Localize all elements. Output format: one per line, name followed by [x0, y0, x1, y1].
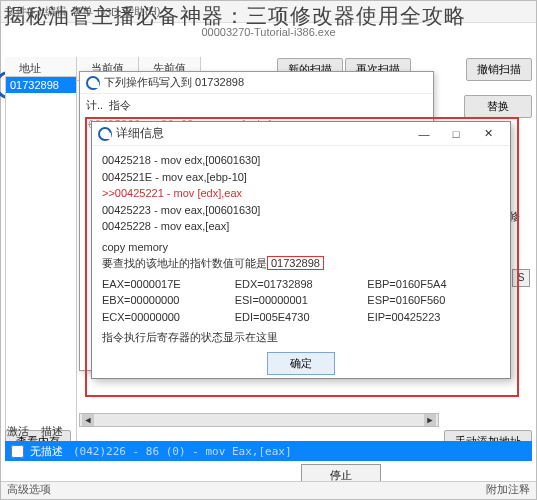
address-list-selected-row[interactable]: 无描述 (042)226 - 86 (0) - mov Eax,[eax]	[5, 441, 532, 461]
row-code: (042)226 - 86 (0) - mov Eax,[eax]	[73, 445, 292, 458]
description-label: 描述	[41, 425, 63, 437]
menubar: 文件(F) 编辑 表单 D3D 帮助(H)	[1, 1, 536, 23]
result-row-selected[interactable]: 01732898	[6, 77, 76, 93]
opcode-window-title: 下列操作码写入到 01732898	[104, 75, 244, 90]
reg-eax: EAX=0000017E	[102, 276, 235, 293]
menu-file[interactable]: 文件(F)	[5, 4, 41, 19]
undo-scan-button[interactable]: 撤销扫描	[466, 58, 532, 81]
menu-edit[interactable]: 编辑	[45, 4, 67, 19]
disassembly-body: 00425218 - mov edx,[00601630] 0042521E -…	[92, 146, 510, 381]
menu-help[interactable]: 帮助(H)	[123, 4, 160, 19]
count-col: 计..	[86, 98, 103, 113]
copy-memory-label: copy memory	[102, 239, 500, 256]
close-icon[interactable]: ✕	[472, 123, 504, 145]
status-bar: 高级选项 附加注释	[1, 481, 536, 499]
advanced-options-link[interactable]: 高级选项	[7, 482, 51, 499]
scroll-left-icon[interactable]: ◄	[82, 414, 94, 426]
reg-ecx: ECX=00000000	[102, 309, 235, 326]
activate-label: 激活	[7, 425, 29, 437]
row-description: 无描述	[30, 444, 63, 459]
reg-ebp: EBP=0160F5A4	[367, 276, 500, 293]
reg-edx: EDX=01732898	[235, 276, 368, 293]
s-button[interactable]: S	[512, 269, 530, 287]
reg-esp: ESP=0160F560	[367, 292, 500, 309]
asm-line: 00425223 - mov eax,[00601630]	[102, 202, 500, 219]
asm-line: 00425218 - mov edx,[00601630]	[102, 152, 500, 169]
pointer-hint: 要查找的该地址的指针数值可能是01732898	[102, 255, 500, 272]
scroll-right-icon[interactable]: ►	[424, 414, 436, 426]
maximize-icon[interactable]: □	[440, 123, 472, 145]
horizontal-scrollbar[interactable]: ◄ ►	[79, 413, 439, 427]
cheat-engine-icon	[98, 127, 112, 141]
instr-col: 指令	[109, 98, 131, 113]
asm-line-current: >>00425221 - mov [edx],eax	[102, 185, 500, 202]
menu-table[interactable]: 表单	[71, 4, 93, 19]
replace-button[interactable]: 替换	[464, 95, 532, 118]
scan-results-panel: 01732898	[5, 76, 77, 459]
process-name: 00003270-Tutorial-i386.exe	[1, 23, 536, 41]
registers-grid: EAX=0000017E EDX=01732898 EBP=0160F5A4 E…	[102, 276, 500, 326]
cheat-engine-icon	[86, 76, 100, 90]
detail-window-title: 详细信息	[116, 125, 164, 142]
minimize-icon[interactable]: —	[408, 123, 440, 145]
pointer-value-highlight: 01732898	[267, 256, 324, 270]
reg-esi: ESI=00000001	[235, 292, 368, 309]
detail-info-window: 详细信息 — □ ✕ 00425218 - mov edx,[00601630]…	[91, 121, 511, 379]
row-active-checkbox[interactable]	[11, 445, 24, 458]
ok-button[interactable]: 确定	[267, 352, 335, 375]
add-comment-link[interactable]: 附加注释	[486, 482, 530, 499]
menu-d3d[interactable]: D3D	[97, 6, 119, 18]
main-window: 文件(F) 编辑 表单 D3D 帮助(H) 00003270-Tutorial-…	[0, 0, 537, 500]
asm-line: 0042521E - mov eax,[ebp-10]	[102, 169, 500, 186]
register-note: 指令执行后寄存器的状态显示在这里	[102, 329, 500, 346]
reg-ebx: EBX=00000000	[102, 292, 235, 309]
reg-edi: EDI=005E4730	[235, 309, 368, 326]
asm-line: 00425228 - mov eax,[eax]	[102, 218, 500, 235]
reg-eip: EIP=00425223	[367, 309, 500, 326]
